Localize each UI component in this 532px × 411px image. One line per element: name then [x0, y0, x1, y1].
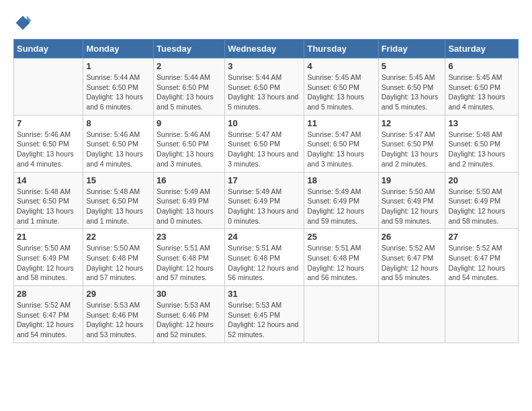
- calendar-week-row: 1Sunrise: 5:44 AMSunset: 6:50 PMDaylight…: [14, 58, 519, 116]
- calendar-cell: 23Sunrise: 5:51 AMSunset: 6:48 PMDayligh…: [154, 229, 225, 286]
- day-number: 14: [17, 175, 80, 185]
- day-info: Sunrise: 5:49 AMSunset: 6:49 PMDaylight:…: [307, 187, 375, 226]
- day-number: 29: [86, 289, 150, 299]
- day-number: 3: [228, 61, 301, 71]
- calendar-cell: 3Sunrise: 5:44 AMSunset: 6:50 PMDaylight…: [225, 58, 304, 116]
- calendar-cell: 8Sunrise: 5:46 AMSunset: 6:50 PMDaylight…: [83, 115, 154, 172]
- day-info: Sunrise: 5:48 AMSunset: 6:50 PMDaylight:…: [448, 130, 515, 169]
- calendar-cell: 10Sunrise: 5:47 AMSunset: 6:50 PMDayligh…: [225, 115, 304, 172]
- col-header-tuesday: Tuesday: [154, 40, 225, 58]
- day-info: Sunrise: 5:46 AMSunset: 6:50 PMDaylight:…: [86, 130, 150, 169]
- day-info: Sunrise: 5:48 AMSunset: 6:50 PMDaylight:…: [86, 187, 150, 226]
- calendar-cell: 22Sunrise: 5:50 AMSunset: 6:48 PMDayligh…: [83, 229, 154, 286]
- day-number: 24: [228, 232, 301, 242]
- calendar-cell: [378, 286, 445, 343]
- day-number: 19: [382, 175, 443, 185]
- day-number: 28: [17, 289, 80, 299]
- day-number: 9: [157, 118, 222, 128]
- day-number: 25: [307, 232, 375, 242]
- calendar-cell: 4Sunrise: 5:45 AMSunset: 6:50 PMDaylight…: [304, 58, 378, 116]
- day-info: Sunrise: 5:44 AMSunset: 6:50 PMDaylight:…: [228, 73, 301, 112]
- calendar-cell: 30Sunrise: 5:53 AMSunset: 6:46 PMDayligh…: [154, 286, 225, 343]
- calendar-cell: 25Sunrise: 5:51 AMSunset: 6:48 PMDayligh…: [304, 229, 378, 286]
- calendar-week-row: 21Sunrise: 5:50 AMSunset: 6:49 PMDayligh…: [14, 229, 519, 286]
- day-number: 15: [86, 175, 150, 185]
- day-number: 5: [382, 61, 443, 71]
- day-info: Sunrise: 5:50 AMSunset: 6:49 PMDaylight:…: [448, 187, 515, 226]
- day-number: 4: [307, 61, 375, 71]
- day-number: 1: [86, 61, 150, 71]
- calendar-cell: 21Sunrise: 5:50 AMSunset: 6:49 PMDayligh…: [14, 229, 83, 286]
- day-info: Sunrise: 5:50 AMSunset: 6:48 PMDaylight:…: [86, 243, 150, 283]
- day-number: 6: [448, 61, 515, 71]
- col-header-sunday: Sunday: [14, 40, 83, 58]
- day-number: 16: [157, 175, 222, 185]
- calendar-cell: [445, 286, 519, 343]
- day-info: Sunrise: 5:44 AMSunset: 6:50 PMDaylight:…: [86, 73, 150, 112]
- calendar-cell: 5Sunrise: 5:45 AMSunset: 6:50 PMDaylight…: [378, 58, 445, 116]
- calendar-cell: 26Sunrise: 5:52 AMSunset: 6:47 PMDayligh…: [378, 229, 445, 286]
- day-info: Sunrise: 5:52 AMSunset: 6:47 PMDaylight:…: [448, 243, 515, 283]
- calendar-cell: 17Sunrise: 5:49 AMSunset: 6:49 PMDayligh…: [225, 172, 304, 229]
- day-info: Sunrise: 5:47 AMSunset: 6:50 PMDaylight:…: [307, 130, 375, 169]
- calendar-cell: 16Sunrise: 5:49 AMSunset: 6:49 PMDayligh…: [154, 172, 225, 229]
- day-info: Sunrise: 5:46 AMSunset: 6:50 PMDaylight:…: [157, 130, 222, 169]
- col-header-thursday: Thursday: [304, 40, 378, 58]
- day-number: 12: [382, 118, 443, 128]
- col-header-wednesday: Wednesday: [225, 40, 304, 58]
- day-info: Sunrise: 5:47 AMSunset: 6:50 PMDaylight:…: [382, 130, 443, 169]
- day-info: Sunrise: 5:50 AMSunset: 6:49 PMDaylight:…: [17, 243, 80, 283]
- day-info: Sunrise: 5:48 AMSunset: 6:50 PMDaylight:…: [17, 187, 80, 226]
- calendar-cell: 11Sunrise: 5:47 AMSunset: 6:50 PMDayligh…: [304, 115, 378, 172]
- calendar-cell: [14, 58, 83, 116]
- day-info: Sunrise: 5:50 AMSunset: 6:49 PMDaylight:…: [382, 187, 443, 226]
- day-number: 2: [157, 61, 222, 71]
- day-number: 13: [448, 118, 515, 128]
- calendar-cell: 28Sunrise: 5:52 AMSunset: 6:47 PMDayligh…: [14, 286, 83, 343]
- day-info: Sunrise: 5:51 AMSunset: 6:48 PMDaylight:…: [307, 243, 375, 283]
- day-info: Sunrise: 5:52 AMSunset: 6:47 PMDaylight:…: [382, 243, 443, 283]
- day-info: Sunrise: 5:53 AMSunset: 6:45 PMDaylight:…: [228, 300, 301, 340]
- day-number: 18: [307, 175, 375, 185]
- calendar-table: SundayMondayTuesdayWednesdayThursdayFrid…: [13, 39, 519, 343]
- day-info: Sunrise: 5:45 AMSunset: 6:50 PMDaylight:…: [448, 73, 515, 112]
- day-number: 11: [307, 118, 375, 128]
- day-info: Sunrise: 5:52 AMSunset: 6:47 PMDaylight:…: [17, 300, 80, 340]
- day-info: Sunrise: 5:47 AMSunset: 6:50 PMDaylight:…: [228, 130, 301, 169]
- calendar-header-row: SundayMondayTuesdayWednesdayThursdayFrid…: [14, 40, 519, 58]
- calendar-week-row: 7Sunrise: 5:46 AMSunset: 6:50 PMDaylight…: [14, 115, 519, 172]
- calendar-cell: 12Sunrise: 5:47 AMSunset: 6:50 PMDayligh…: [378, 115, 445, 172]
- day-number: 10: [228, 118, 301, 128]
- calendar-cell: 18Sunrise: 5:49 AMSunset: 6:49 PMDayligh…: [304, 172, 378, 229]
- col-header-saturday: Saturday: [445, 40, 519, 58]
- day-info: Sunrise: 5:46 AMSunset: 6:50 PMDaylight:…: [17, 130, 80, 169]
- calendar-cell: 9Sunrise: 5:46 AMSunset: 6:50 PMDaylight…: [154, 115, 225, 172]
- calendar-week-row: 28Sunrise: 5:52 AMSunset: 6:47 PMDayligh…: [14, 286, 519, 343]
- day-info: Sunrise: 5:49 AMSunset: 6:49 PMDaylight:…: [157, 187, 222, 226]
- day-number: 20: [448, 175, 515, 185]
- day-info: Sunrise: 5:44 AMSunset: 6:50 PMDaylight:…: [157, 73, 222, 112]
- calendar-cell: 6Sunrise: 5:45 AMSunset: 6:50 PMDaylight…: [445, 58, 519, 116]
- day-number: 27: [448, 232, 515, 242]
- day-number: 21: [17, 232, 80, 242]
- calendar-week-row: 14Sunrise: 5:48 AMSunset: 6:50 PMDayligh…: [14, 172, 519, 229]
- col-header-monday: Monday: [83, 40, 154, 58]
- day-info: Sunrise: 5:51 AMSunset: 6:48 PMDaylight:…: [157, 243, 222, 283]
- logo: [13, 13, 36, 32]
- page-header: [13, 13, 519, 32]
- day-info: Sunrise: 5:49 AMSunset: 6:49 PMDaylight:…: [228, 187, 301, 226]
- day-info: Sunrise: 5:45 AMSunset: 6:50 PMDaylight:…: [382, 73, 443, 112]
- day-number: 23: [157, 232, 222, 242]
- col-header-friday: Friday: [378, 40, 445, 58]
- calendar-cell: 29Sunrise: 5:53 AMSunset: 6:46 PMDayligh…: [83, 286, 154, 343]
- calendar-cell: 27Sunrise: 5:52 AMSunset: 6:47 PMDayligh…: [445, 229, 519, 286]
- day-number: 8: [86, 118, 150, 128]
- logo-icon: [13, 13, 32, 32]
- calendar-cell: 2Sunrise: 5:44 AMSunset: 6:50 PMDaylight…: [154, 58, 225, 116]
- calendar-cell: 24Sunrise: 5:51 AMSunset: 6:48 PMDayligh…: [225, 229, 304, 286]
- calendar-cell: 1Sunrise: 5:44 AMSunset: 6:50 PMDaylight…: [83, 58, 154, 116]
- day-info: Sunrise: 5:53 AMSunset: 6:46 PMDaylight:…: [86, 300, 150, 340]
- day-number: 7: [17, 118, 80, 128]
- day-number: 22: [86, 232, 150, 242]
- calendar-cell: [304, 286, 378, 343]
